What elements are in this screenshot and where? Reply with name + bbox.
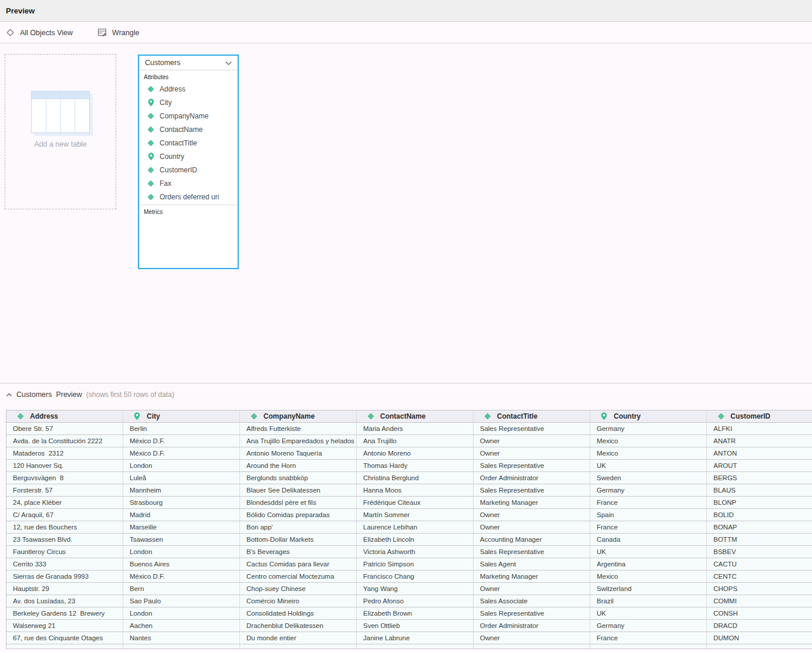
attribute-label: CompanyName [160, 112, 208, 120]
dimension-diamond-icon [147, 126, 155, 133]
attribute-item[interactable]: Orders deferred uri [139, 190, 238, 203]
table-cell: Sales Agent [473, 558, 590, 570]
dimension-diamond-icon [250, 413, 258, 420]
attribute-item[interactable]: ContactName [139, 123, 238, 136]
geo-pin-icon [147, 152, 155, 161]
table-cell: BLAUS [707, 484, 812, 497]
table-cell: BOTTM [707, 534, 812, 546]
table-cell: Marseille [123, 521, 240, 534]
table-cell: México D.F. [123, 447, 240, 460]
preview-note: (shows first 50 rows of data) [86, 390, 174, 399]
table-cell: Av. dos Lusíadas, 23 [6, 595, 123, 607]
table-cell: Hanna Moos [357, 484, 473, 497]
table-cell: UK [590, 546, 707, 558]
dataset-select[interactable]: Customers [139, 56, 238, 70]
table-row: Forsterstr. 57MannheimBlauer See Delikat… [6, 484, 812, 497]
column-header-customerid[interactable]: CustomerID [707, 410, 812, 422]
table-row: Sierras de Granada 9993México D.F.Centro… [6, 570, 812, 583]
add-table-card[interactable]: Add a new table [5, 54, 116, 209]
table-cell: Ana Trujillo [357, 435, 473, 447]
attribute-label: ContactTitle [160, 139, 197, 147]
dataset-select-value: Customers [145, 59, 180, 67]
column-header-contacttitle[interactable]: ContactTitle [473, 410, 590, 422]
table-cell: Fauntleroy Circus [6, 546, 123, 558]
table-cell: BONAP [707, 521, 812, 534]
geo-pin-icon [133, 412, 141, 420]
attribute-label: ContactName [160, 125, 202, 134]
attribute-item[interactable]: Fax [139, 176, 238, 190]
table-cell: Pedro Afonso [357, 595, 473, 607]
table-cell: Nantes [123, 632, 240, 644]
column-header-country[interactable]: Country [590, 410, 707, 422]
table-cell: Buenos Aires [123, 558, 240, 570]
toolbar-item-wrangle[interactable]: Wrangle [97, 28, 139, 37]
table-cell: Sweden [590, 472, 707, 484]
table-cell: Consolidated Holdings [240, 607, 357, 620]
table-cell: UK [590, 460, 707, 472]
table-cell: France [590, 632, 707, 644]
table-cell: Sales Representative [473, 607, 590, 620]
toolbar-item-all-objects-view[interactable]: All Objects View [6, 28, 73, 37]
preview-table: AddressCityCompanyNameContactNameContact… [6, 410, 812, 649]
table-cell: Antonio Moreno Taquería [240, 447, 357, 460]
table-cell: London [123, 607, 240, 620]
column-header-contactname[interactable]: ContactName [357, 410, 473, 422]
table-cell: Tsawassen [123, 534, 240, 546]
table-cell: Argentina [590, 558, 707, 570]
table-row: Av. dos Lusíadas, 23Sao PauloComércio Mi… [6, 595, 812, 607]
table-cell: DRACD [707, 620, 812, 632]
table-cell: Francisco Chang [357, 570, 473, 583]
attribute-item[interactable]: Address [139, 82, 238, 96]
table-cell: Sales Representative [473, 460, 590, 472]
table-cell: Chop-suey Chinese [240, 583, 357, 595]
attribute-item[interactable]: CustomerID [139, 163, 238, 176]
dataset-panel: Customers Attributes AddressCityCompanyN… [138, 55, 239, 269]
attribute-label: Fax [160, 179, 171, 188]
table-cell: AROUT [707, 460, 812, 472]
attribute-item[interactable]: ContactTitle [139, 136, 238, 150]
table-cell: Ana Trujillo Emparedados y helados [240, 435, 357, 447]
table-cell: Sierras de Granada 9993 [6, 570, 123, 583]
collapse-chevron-icon[interactable] [6, 393, 16, 397]
table-row: 23 Tsawassen Blvd.TsawassenBottom-Dollar… [6, 534, 812, 546]
table-cell: 23 Tsawassen Blvd. [6, 534, 123, 546]
table-cell: Laurence Lebihan [357, 521, 473, 534]
table-cell: CHOPS [707, 583, 812, 595]
column-header-companyname[interactable]: CompanyName [240, 410, 357, 422]
table-cell: México D.F. [123, 570, 240, 583]
attribute-item[interactable]: CompanyName [139, 109, 238, 123]
table-row: 12, rue des BouchersMarseilleBon app'Lau… [6, 521, 812, 534]
table-cell: CENTC [707, 570, 812, 583]
dimension-diamond-icon [16, 413, 24, 420]
preview-title: Customers Preview [16, 390, 82, 399]
attribute-item[interactable]: Country [139, 150, 238, 163]
dimension-diamond-icon [147, 167, 155, 174]
table-row: 120 Hanover Sq.LondonAround the HornThom… [6, 460, 812, 472]
view-toolbar: All Objects View Wrangle [0, 22, 812, 43]
table-cell: Marketing Manager [473, 497, 590, 509]
dimension-diamond-icon [483, 413, 491, 420]
attribute-item[interactable]: City [139, 96, 238, 109]
table-cell: Victoria Ashworth [357, 546, 473, 558]
table-cell: Brazil [590, 595, 707, 607]
table-cell: Madrid [123, 509, 240, 521]
metrics-section-label: Metrics [139, 205, 238, 217]
table-cell: Mexico [590, 447, 707, 460]
table-cell: COMMI [707, 595, 812, 607]
table-cell: Strasbourg [123, 497, 240, 509]
column-header-address[interactable]: Address [6, 410, 123, 422]
table-cell: Sales Representative [473, 546, 590, 558]
table-cell: Sales Representative [473, 484, 590, 497]
table-cell: Mannheim [123, 484, 240, 497]
column-header-city[interactable]: City [123, 410, 240, 422]
wrangle-icon [97, 28, 107, 37]
dimension-diamond-icon [147, 140, 155, 147]
dimension-diamond-icon [147, 180, 155, 187]
table-cell: Mexico [590, 570, 707, 583]
table-row: Fauntleroy CircusLondonB's BeveragesVict… [6, 546, 812, 558]
column-header-label: Country [614, 412, 641, 420]
attribute-label: Country [160, 152, 184, 161]
table-row: Walserweg 21AachenDrachenblut Delikatess… [6, 620, 812, 632]
table-cell: Hauptstr. 29 [6, 583, 123, 595]
table-cell: CACTU [707, 558, 812, 570]
